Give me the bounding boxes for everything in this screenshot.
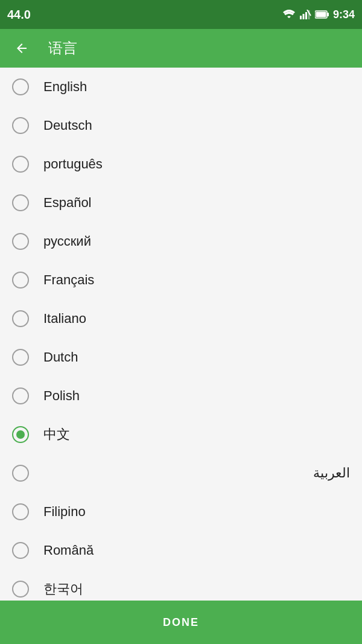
language-label: Italiano [43,311,86,327]
list-item[interactable]: Română [0,531,362,570]
signal-icon [299,10,311,19]
back-arrow-icon [14,41,29,56]
radio-button [12,426,29,443]
back-button[interactable] [10,36,34,60]
list-item[interactable]: Italiano [0,299,362,338]
list-item[interactable]: Polish [0,377,362,415]
svg-rect-6 [327,13,329,16]
radio-button [12,194,29,211]
list-item[interactable]: Dutch [0,338,362,377]
list-item[interactable]: русский [0,222,362,261]
clock: 9:34 [333,8,355,21]
language-list: EnglishDeutschportuguêsEspañolрусскийFra… [0,68,362,601]
svg-rect-0 [300,16,302,19]
language-label: português [43,156,103,172]
radio-button [12,156,29,173]
language-label: Polish [43,388,80,404]
signal-strength: 44.0 [7,8,31,22]
page-title: 语言 [48,39,77,58]
language-label: Deutsch [43,118,92,133]
list-item[interactable]: Español [0,183,362,222]
list-item[interactable]: Deutsch [0,106,362,145]
svg-rect-7 [316,12,326,18]
status-bar: 44.0 9:34 [0,0,362,29]
radio-button [12,465,29,482]
app-bar: 语言 [0,29,362,68]
list-item[interactable]: Français [0,261,362,299]
language-label: Español [43,195,92,211]
radio-button [12,349,29,366]
language-label: Dutch [43,349,78,365]
radio-button [12,387,29,404]
radio-button [12,78,29,95]
language-label: العربية [313,465,350,481]
list-item[interactable]: 中文 [0,415,362,454]
language-label: 한국어 [43,580,83,598]
radio-button [12,542,29,559]
language-label: 中文 [43,426,70,444]
done-button[interactable]: DONE [0,601,362,644]
battery-icon [315,10,329,19]
list-item[interactable]: English [0,68,362,106]
language-label: Filipino [43,504,86,520]
language-label: Română [43,543,94,558]
language-label: русский [43,234,91,249]
svg-rect-2 [305,12,307,19]
language-label: English [43,79,87,95]
radio-button [12,272,29,289]
wifi-icon [282,10,296,19]
svg-rect-1 [302,14,304,19]
radio-button [12,310,29,327]
status-icons: 9:34 [282,8,355,21]
radio-button [12,503,29,520]
radio-button [12,581,29,598]
list-item[interactable]: 한국어 [0,570,362,601]
radio-inner-dot [16,430,25,439]
list-item[interactable]: português [0,145,362,183]
list-item[interactable]: العربية [0,454,362,493]
language-label: Français [43,272,94,288]
list-item[interactable]: Filipino [0,493,362,531]
radio-button [12,233,29,250]
radio-button [12,117,29,134]
done-label: DONE [163,616,199,629]
